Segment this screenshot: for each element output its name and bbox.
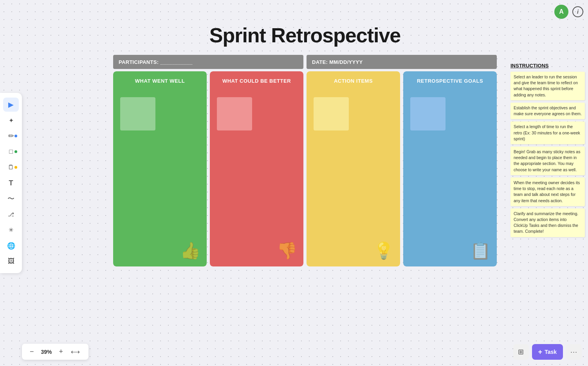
ai-icon: ✦ <box>9 117 14 124</box>
instructions-title: INSTRUCTIONS <box>510 63 585 69</box>
date-label: DATE: MM/DD/YYYY <box>312 59 363 65</box>
bottom-toolbar: − 39% + ⟷ <box>22 344 88 360</box>
column-could-be-better: WHAT COULD BE BETTER 👎 <box>210 71 303 266</box>
date-cell[interactable]: DATE: MM/DD/YYYY <box>307 55 497 69</box>
thumbs-up-icon: 👍 <box>180 241 200 260</box>
col-header-retro-goals: RETROSPECTIVE GOALS <box>403 71 497 90</box>
sticky-note-blue[interactable] <box>410 97 446 130</box>
more-icon: ··· <box>570 348 577 356</box>
col-body-could-be-better[interactable]: 👎 <box>210 90 303 266</box>
user-avatar[interactable]: A <box>554 5 568 19</box>
image-icon: 🖼 <box>8 257 14 265</box>
col-body-retro-goals[interactable]: 📋 <box>403 90 497 266</box>
left-toolbar: ▶ ✦ ✏ □ 🗒 T 〜 ⎇ ✳ 🌐 🖼 <box>0 93 22 273</box>
ai-tool[interactable]: ✦ <box>3 113 19 127</box>
whiteboard-icon: ⊞ <box>518 348 524 356</box>
note-tool[interactable]: 🗒 <box>3 160 19 174</box>
text-tool[interactable]: T <box>3 176 19 190</box>
col-body-went-well[interactable]: 👍 <box>113 90 207 266</box>
col-body-action-items[interactable]: 💡 <box>307 90 400 266</box>
shape-icon: □ <box>9 148 13 155</box>
zoom-level-display: 39% <box>40 349 54 355</box>
participants-cell[interactable]: PARTICIPANTS: ___________ <box>113 55 303 69</box>
pen-dot <box>14 135 17 138</box>
instruction-step-4: Begin! Grab as many sticky notes as need… <box>510 147 585 175</box>
shape-tool[interactable]: □ <box>3 145 19 159</box>
globe-icon: 🌐 <box>7 242 15 250</box>
sticky-note-yellow[interactable] <box>314 97 349 130</box>
draw-tool[interactable]: 〜 <box>3 192 19 206</box>
cursor-icon: ▶ <box>8 100 14 109</box>
shape-dot <box>14 150 17 153</box>
info-button[interactable]: i <box>572 6 583 17</box>
instruction-step-3: Select a length of time to run the retro… <box>510 121 585 144</box>
fit-screen-button[interactable]: ⟷ <box>69 347 82 356</box>
sticky-note-red[interactable] <box>217 97 252 130</box>
connect-icon: ✳ <box>9 226 14 234</box>
pen-tool[interactable]: ✏ <box>3 129 19 143</box>
clipboard-icon: 📋 <box>470 241 491 260</box>
col-header-action-items: ACTION ITEMS <box>307 71 400 90</box>
add-task-button[interactable]: + Task <box>532 344 563 360</box>
col-header-went-well: WHAT WENT WELL <box>113 71 207 90</box>
draw-icon: 〜 <box>7 194 14 203</box>
text-icon: T <box>9 179 13 187</box>
instruction-step-5: When the meeting owner decides its time … <box>510 178 585 206</box>
bottom-right-actions: ⊞ + Task ··· <box>513 344 582 360</box>
whiteboard-button[interactable]: ⊞ <box>513 344 529 360</box>
note-dot <box>14 166 17 169</box>
thumbs-down-icon: 👎 <box>277 241 297 260</box>
add-task-plus-icon: + <box>538 348 543 356</box>
sticky-note-green[interactable] <box>120 97 155 130</box>
globe-tool[interactable]: 🌐 <box>3 239 19 253</box>
instruction-step-2: Establish the sprint objectives and make… <box>510 103 585 119</box>
page-title: Sprint Retrospective <box>209 24 401 47</box>
instruction-step-1: Select an leader to run the session and … <box>510 72 585 100</box>
column-went-well: WHAT WENT WELL 👍 <box>113 71 207 266</box>
column-retro-goals: RETROSPECTIVE GOALS 📋 <box>403 71 497 266</box>
main-canvas: Sprint Retrospective PARTICIPANTS: _____… <box>22 0 588 366</box>
participants-label: PARTICIPANTS: <box>119 59 159 65</box>
instructions-panel: INSTRUCTIONS Select an leader to run the… <box>510 63 585 237</box>
column-action-items: ACTION ITEMS 💡 <box>307 71 400 266</box>
note-icon: 🗒 <box>8 164 14 171</box>
participants-value: ___________ <box>160 59 193 65</box>
connect-tool[interactable]: ✳ <box>3 223 19 237</box>
instruction-step-6: Clarify and summarize the meeting. Conve… <box>510 208 585 237</box>
zoom-in-button[interactable]: + <box>58 347 65 357</box>
share-icon: ⎇ <box>8 211 14 217</box>
image-tool[interactable]: 🖼 <box>3 254 19 268</box>
lightbulb-icon: 💡 <box>373 241 394 260</box>
more-options-button[interactable]: ··· <box>566 344 582 360</box>
pen-icon: ✏ <box>8 132 14 140</box>
add-task-label: Task <box>545 349 557 355</box>
meta-row: PARTICIPANTS: ___________ DATE: MM/DD/YY… <box>113 55 497 69</box>
col-header-could-be-better: WHAT COULD BE BETTER <box>210 71 303 90</box>
zoom-out-button[interactable]: − <box>28 347 36 357</box>
share-tool[interactable]: ⎇ <box>3 207 19 221</box>
board: WHAT WENT WELL 👍 WHAT COULD BE BETTER 👎 … <box>113 71 497 266</box>
cursor-tool[interactable]: ▶ <box>3 98 19 112</box>
